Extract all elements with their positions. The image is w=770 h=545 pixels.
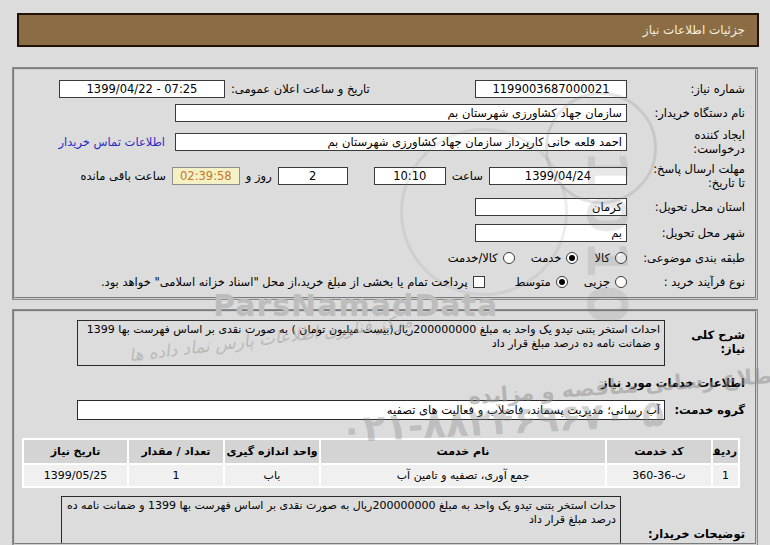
row-purchase-process-type: نوع فرآیند خرید : جزیی متوسط پرداخت تمام… [25,270,745,294]
delivery-city-label: شهر محل تحویل: [627,226,745,240]
delivery-province-label: استان محل تحویل: [627,200,745,214]
deadline-time-field[interactable]: 10:10 [374,167,446,185]
row-buyer-notes: توضیحات خریدار: حداث استخر بتنی تیدو یک … [25,496,745,545]
cell-need-date: 1399/05/25 [23,464,128,487]
col-quantity: تعداد / مقدار [128,439,224,464]
buyer-notes-box[interactable]: حداث استخر بتنی تیدو یک واحد به مبلغ 200… [61,496,621,545]
category-option-goods-service[interactable]: کالا/خدمت [448,251,515,265]
category-option-goods[interactable]: کالا [594,251,627,265]
buyer-name-field[interactable]: سازمان جهاد کشاورزی شهرستان بم [175,104,627,122]
process-option-minor[interactable]: جزیی [584,275,627,289]
delivery-city-field[interactable]: بم [475,224,627,242]
radio-service-icon[interactable] [566,252,578,264]
service-group-label: گروه خدمت: [665,403,745,417]
remaining-time-label: ساعت باقی مانده [81,169,166,183]
row-need-number: شماره نیاز: 1199003687000021 تاریخ و ساع… [25,78,745,100]
service-group-field[interactable]: آب رسانی؛ مدیریت پسماند، فاضلاب و فعالیت… [77,400,665,420]
cell-quantity: 1 [128,464,224,487]
treasury-checkbox-icon[interactable] [473,276,485,288]
services-table-header-row: ردیف کد خدمت نام خدمت واحد اندازه گیری ت… [23,439,739,464]
row-reply-deadline: مهلت ارسال پاسخ: تا تاریخ: 1399/04/24 سا… [25,158,745,194]
radio-goods-service-icon[interactable] [503,252,515,264]
subject-category-label: طبقه بندی موضوعی: [627,251,745,265]
process-option-medium-label: متوسط [515,275,551,289]
need-description-label: شرح کلی نیاز: [665,320,745,356]
page-title: جزئیات اطلاعات نیاز [643,23,745,37]
category-option-goods-label: کالا [594,251,610,265]
cell-row-number: 1 [712,464,739,487]
row-request-creator: ایجاد کننده درخواست: احمد قلعه خانی کارپ… [25,126,745,158]
cell-measure-unit: باب [224,464,320,487]
need-number-label: شماره نیاز: [627,82,745,96]
col-need-date: تاریخ نیاز [23,439,128,464]
services-table: ردیف کد خدمت نام خدمت واحد اندازه گیری ت… [22,438,740,488]
category-option-service[interactable]: خدمت [531,251,579,265]
deadline-days-label: روز و [246,169,272,183]
deadline-date-field[interactable]: 1399/04/24 [489,167,627,185]
purchase-process-label: نوع فرآیند خرید : [627,275,745,289]
buyer-notes-label: توضیحات خریدار: [621,527,745,541]
services-section-header: اطلاعات خدمات مورد نیاز [25,376,745,390]
deadline-days-field[interactable]: 2 [278,167,348,185]
radio-minor-icon[interactable] [615,276,627,288]
need-number-field[interactable]: 1199003687000021 [475,80,627,98]
announce-datetime-field[interactable]: 07:25 - 1399/04/22 [59,80,225,98]
radio-goods-icon[interactable] [615,252,627,264]
row-service-group: گروه خدمت: آب رسانی؛ مدیریت پسماند، فاضل… [25,400,745,420]
reply-deadline-label: مهلت ارسال پاسخ: تا تاریخ: [627,162,745,191]
page-title-bar: جزئیات اطلاعات نیاز [17,13,759,47]
delivery-province-field[interactable]: کرمان [475,198,627,216]
deadline-hour-label: ساعت [452,169,483,183]
cell-service-code: ث-36-360 [606,464,712,487]
row-subject-category: طبقه بندی موضوعی: کالا خدمت کالا/خدمت [25,246,745,270]
row-delivery-city: شهر محل تحویل: بم [25,220,745,246]
col-service-code: کد خدمت [606,439,712,464]
table-row: 1 ث-36-360 جمع آوری، تصفیه و تامین آب با… [23,464,739,487]
need-description-box[interactable]: احداث استخر بتنی تیدو یک واحد به مبلغ 20… [77,320,665,366]
row-buyer-name: نام دستگاه خریدار: سازمان جهاد کشاورزی ش… [25,100,745,126]
row-need-description: شرح کلی نیاز: احداث استخر بتنی تیدو یک و… [25,320,745,366]
need-info-panel: شماره نیاز: 1199003687000021 تاریخ و ساع… [13,68,757,299]
col-row-number: ردیف [712,439,739,464]
process-option-minor-label: جزیی [584,275,610,289]
row-delivery-province: استان محل تحویل: کرمان [25,194,745,220]
services-info-panel: شرح کلی نیاز: احداث استخر بتنی تیدو یک و… [13,310,757,545]
request-creator-label: ایجاد کننده درخواست: [627,128,745,157]
need-details-page: { "title_bar": { "title": "جزئیات اطلاعا… [0,0,770,545]
process-option-medium[interactable]: متوسط [515,275,568,289]
category-option-goods-service-label: کالا/خدمت [448,251,498,265]
announce-datetime-label: تاریخ و ساعت اعلان عمومی: [231,82,370,96]
col-service-name: نام خدمت [320,439,606,464]
buyer-name-label: نام دستگاه خریدار: [627,106,745,120]
category-option-service-label: خدمت [531,251,562,265]
treasury-checkbox-label: پرداخت تمام یا بخشی از مبلغ خرید،از محل … [101,275,468,289]
request-creator-field[interactable]: احمد قلعه خانی کارپرداز سازمان جهاد کشاو… [175,133,627,151]
col-measure-unit: واحد اندازه گیری [224,439,320,464]
treasury-payment-option[interactable]: پرداخت تمام یا بخشی از مبلغ خرید،از محل … [101,275,485,289]
radio-medium-icon[interactable] [556,276,568,288]
buyer-contact-link[interactable]: اطلاعات تماس خریدار [58,135,165,149]
cell-service-name: جمع آوری، تصفیه و تامین آب [320,464,606,487]
remaining-time-counter: 02:39:58 [172,167,240,185]
